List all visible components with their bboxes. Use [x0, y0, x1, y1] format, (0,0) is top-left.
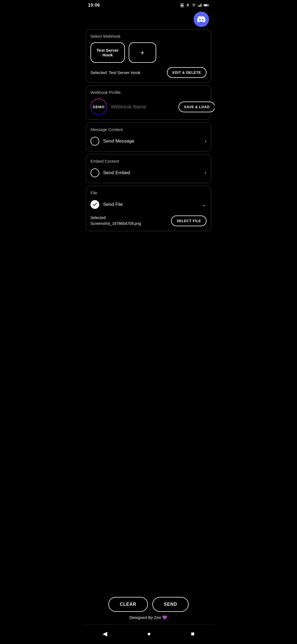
save-load-button[interactable]: SAVE & LOAD — [178, 102, 215, 112]
message-chevron-right-icon: ‹ — [205, 138, 207, 145]
discord-icon — [197, 15, 205, 23]
svg-rect-6 — [199, 5, 200, 7]
status-bar: 10:06 — [82, 0, 215, 9]
demo-avatar[interactable]: DEMO — [90, 99, 107, 115]
footer: Designed By Zen 💜 — [82, 614, 215, 624]
svg-rect-10 — [204, 5, 207, 6]
message-content-label: Message Content — [90, 127, 207, 132]
file-section: File Send File ⌄ Selected: Screenshot_16… — [86, 186, 211, 231]
battery-icon — [204, 4, 209, 7]
clear-button[interactable]: CLEAR — [108, 597, 148, 612]
file-section-label: File — [90, 190, 207, 195]
svg-rect-8 — [201, 4, 202, 7]
demo-avatar-text: DEMO — [93, 105, 105, 109]
svg-point-4 — [194, 6, 194, 7]
webhook-name-input[interactable] — [111, 104, 175, 110]
status-time: 10:06 — [88, 3, 100, 8]
file-selected-text: Selected: Screenshot_1678604709.png — [90, 215, 141, 227]
nav-recent-button[interactable]: ■ — [186, 629, 199, 638]
svg-rect-2 — [187, 4, 188, 6]
sim-icon — [180, 3, 184, 7]
nav-back-button[interactable]: ◀ — [98, 629, 112, 638]
file-selected-label: Selected: — [90, 215, 106, 220]
bottom-actions: CLEAR SEND — [82, 593, 215, 614]
webhook-selected-row: Selected: Test Server Hook EDIT & DELETE — [90, 67, 207, 78]
wifi-icon — [191, 3, 196, 7]
discord-fab[interactable] — [194, 12, 209, 27]
svg-rect-5 — [198, 6, 199, 7]
file-selected-row: Selected: Screenshot_1678604709.png SELE… — [90, 214, 207, 227]
nav-home-button[interactable]: ● — [143, 629, 155, 638]
fab-area — [82, 9, 215, 29]
embed-content-label: Embed Content — [90, 159, 207, 163]
file-toggle-row: Send File ⌄ — [90, 199, 207, 210]
webhook-items-row: Test ServerHook + — [90, 42, 207, 63]
add-webhook-button[interactable]: + — [129, 42, 156, 63]
send-message-toggle[interactable] — [90, 137, 99, 146]
embed-toggle-row: Send Embed ‹ — [90, 167, 207, 178]
message-content-section: Message Content Send Message ‹ — [86, 122, 211, 151]
file-chevron-down-icon: ⌄ — [202, 201, 207, 208]
webhook-selected-text: Selected: Test Server Hook — [90, 70, 140, 75]
send-embed-toggle[interactable] — [90, 168, 99, 177]
svg-rect-11 — [208, 5, 209, 6]
webhook-profile-label: Webhook Profile — [90, 90, 207, 95]
send-button[interactable]: SEND — [152, 597, 189, 612]
mic-icon — [186, 3, 190, 7]
nav-bar: ◀ ● ■ — [82, 624, 215, 644]
footer-heart: 💜 — [161, 615, 167, 620]
svg-rect-7 — [200, 4, 200, 7]
select-webhook-label: Select Webhook — [90, 34, 207, 39]
send-embed-label: Send Embed — [103, 170, 201, 176]
webhook-profile-section: Webhook Profile DEMO SAVE & LOAD — [86, 85, 211, 120]
webhook-profile-row: DEMO SAVE & LOAD — [90, 99, 207, 115]
message-toggle-row: Send Message ‹ — [90, 136, 207, 147]
file-selected-name: Screenshot_1678604709.png — [90, 221, 141, 226]
footer-text: Designed By Zen — [130, 615, 161, 620]
send-message-label: Send Message — [103, 138, 201, 144]
select-webhook-section: Select Webhook Test ServerHook + Selecte… — [86, 29, 211, 83]
edit-delete-button[interactable]: EDIT & DELETE — [167, 67, 207, 78]
status-icons — [180, 3, 209, 7]
embed-content-section: Embed Content Send Embed ‹ — [86, 154, 211, 183]
main-content: Select Webhook Test ServerHook + Selecte… — [82, 29, 215, 593]
webhook-item-test-server[interactable]: Test ServerHook — [90, 42, 125, 63]
signal-icon — [198, 3, 202, 7]
svg-rect-1 — [181, 4, 183, 6]
send-file-toggle[interactable] — [90, 200, 99, 209]
embed-chevron-right-icon: ‹ — [205, 169, 207, 176]
send-file-label: Send File — [103, 202, 198, 207]
select-file-button[interactable]: SELECT FILE — [171, 215, 207, 226]
